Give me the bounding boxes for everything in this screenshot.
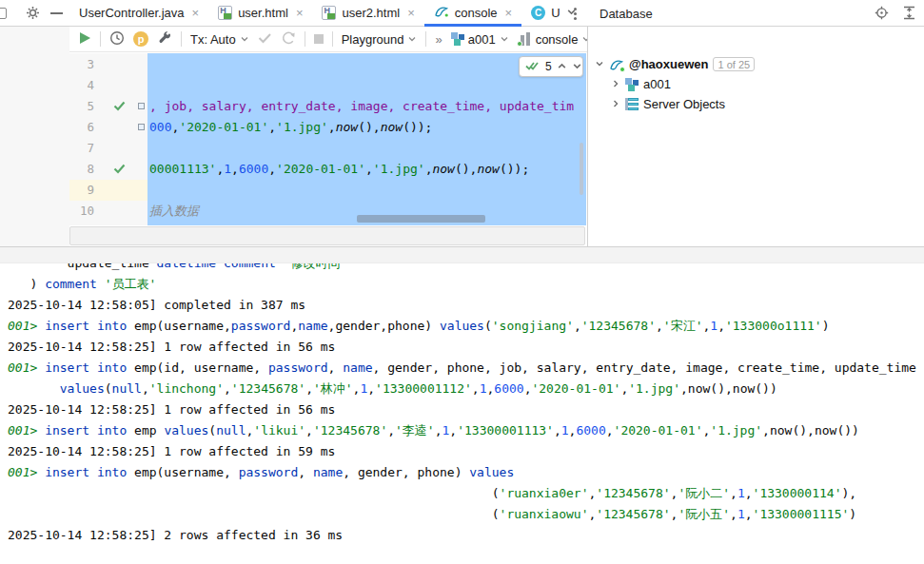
database-panel-title: Database: [600, 7, 653, 21]
locate-object-icon[interactable]: [875, 6, 889, 23]
ide-window: UserController.java × H user.html × H us…: [0, 0, 924, 564]
parameters-icon[interactable]: p: [133, 31, 148, 47]
previous-occurrence-icon[interactable]: [557, 60, 567, 74]
divider: [425, 31, 426, 47]
line-number: 4: [69, 75, 94, 96]
schema-count-badge: 1 of 25: [713, 57, 755, 71]
more-options-icon[interactable]: [574, 8, 577, 10]
gutter-line-7: 7: [69, 138, 147, 159]
console-output-line: 2025-10-14 12:58:25] 2 rows affected in …: [8, 525, 343, 546]
console-output-line: 2025-10-14 12:58:05] completed in 387 ms: [8, 295, 305, 316]
line-number: 10: [69, 201, 94, 222]
html-file-icon: H: [218, 6, 232, 20]
console-output-line: ) comment '员工表': [8, 274, 156, 295]
editor-code-line[interactable]: 插入数据: [149, 201, 199, 222]
collapse-panel-icon[interactable]: [902, 6, 916, 23]
schema-icon: [451, 32, 464, 46]
run-button[interactable]: [79, 31, 91, 48]
console-output[interactable]: update_time datetime comment '修改时间' ) co…: [0, 246, 924, 564]
occurrence-count: 5: [545, 60, 552, 73]
settings-wrench-icon[interactable]: [157, 30, 172, 49]
history-clock-icon[interactable]: [109, 30, 125, 49]
connected-dot: [619, 67, 625, 72]
divider: [100, 31, 101, 47]
left-margin: [0, 27, 69, 246]
playground-dropdown[interactable]: Playground: [342, 32, 418, 47]
fold-marker[interactable]: [138, 124, 145, 130]
hide-window-icon[interactable]: [50, 12, 63, 14]
occurrences-widget[interactable]: 5: [519, 56, 583, 77]
gutter-line-5: 5: [69, 96, 147, 117]
class-icon: C: [531, 6, 545, 20]
connection-name: @haoxuewen: [629, 57, 708, 71]
tab-user-html[interactable]: H user.html ×: [208, 0, 312, 26]
console-output-line: 2025-10-14 12:58:25] 1 row affected in 5…: [8, 399, 335, 420]
divider: [181, 31, 182, 47]
gutter-line-9: 9: [69, 180, 147, 201]
close-icon[interactable]: ×: [505, 6, 513, 20]
tab-label: user2.html: [342, 6, 400, 20]
panel-divider-band: [0, 246, 924, 263]
double-check-icon: [525, 60, 541, 74]
console-output-line: 001> insert into emp(username, password,…: [8, 462, 514, 483]
session-dropdown[interactable]: console: [518, 32, 592, 47]
console-output-line: 001> insert into emp(id, username, passw…: [8, 358, 916, 379]
horizontal-scrollbar[interactable]: [357, 215, 485, 223]
settings-gear-icon[interactable]: [26, 6, 40, 23]
tab-user2-html[interactable]: H user2.html ×: [312, 0, 423, 26]
tree-item-schema-a001[interactable]: a001: [588, 74, 671, 94]
line-number: 5: [69, 96, 94, 117]
schema-name: a001: [643, 77, 671, 91]
chevron-collapsed-icon[interactable]: [611, 97, 620, 111]
console-output-line: values(null,'linchong','12345678','林冲',1…: [8, 379, 777, 399]
statement-executed-check-icon[interactable]: [113, 100, 126, 114]
line-number: 7: [69, 138, 94, 159]
tab-console[interactable]: console ×: [424, 0, 521, 26]
gutter-line-4: 4: [69, 75, 147, 96]
line-number: 6: [69, 117, 94, 138]
console-output-line: ('ruanxiaowu','12345678','阮小五',1,'133000…: [8, 504, 856, 525]
editor-selection: [147, 53, 586, 225]
commit-icon: [258, 32, 272, 47]
editor-tabs: UserController.java × H user.html × H us…: [69, 0, 586, 26]
tab-label: console: [455, 6, 498, 20]
session-icon: [518, 32, 532, 46]
line-number: 8: [69, 159, 94, 180]
statement-executed-check-icon[interactable]: [113, 163, 126, 177]
vertical-scrollbar[interactable]: [580, 143, 583, 195]
tab-label: U: [551, 6, 560, 20]
fold-marker[interactable]: [138, 103, 145, 109]
close-icon[interactable]: ×: [407, 6, 415, 20]
tab-label: UserController.java: [79, 6, 185, 20]
tx-mode-dropdown[interactable]: Tx: Auto: [190, 32, 249, 47]
console-output-line: 2025-10-14 12:58:25] 1 row affected in 5…: [8, 337, 335, 358]
schema-dropdown[interactable]: a001: [451, 32, 509, 47]
chevron-expanded-icon[interactable]: [595, 57, 604, 71]
tab-usercontroller-java[interactable]: UserController.java ×: [69, 0, 208, 26]
console-output-line: 001> insert into emp values(null,'likui'…: [8, 420, 859, 441]
tree-item-server-objects[interactable]: Server Objects: [588, 94, 725, 114]
sql-editor[interactable]: 345, job, salary, entry_date, image, cre…: [69, 53, 586, 225]
mysql-dolphin-icon: [609, 58, 624, 71]
close-icon[interactable]: ×: [192, 6, 200, 20]
server-objects-icon: [625, 98, 639, 110]
clipped-tool-icon[interactable]: [0, 8, 7, 19]
divider: [305, 31, 305, 47]
tree-item-connection[interactable]: @haoxuewen 1 of 25: [588, 54, 755, 74]
next-occurrence-icon[interactable]: [572, 60, 582, 74]
stop-button: [314, 34, 324, 44]
chevron-collapsed-icon[interactable]: [611, 77, 620, 91]
editor-code-line[interactable]: , job, salary, entry_date, image, create…: [149, 96, 574, 117]
console-output-line: ('ruanxia0er','12345678','阮小二',1,'133000…: [8, 483, 856, 504]
editor-code-line[interactable]: 000,'2020-01-01','1.jpg',now(),now());: [149, 117, 432, 138]
hidden-tabs-dropdown[interactable]: C U: [521, 0, 585, 26]
server-objects-label: Server Objects: [643, 97, 725, 111]
line-number: 9: [69, 180, 94, 201]
chevrons-right-icon[interactable]: »: [435, 32, 442, 47]
editor-code-line[interactable]: 00001113',1,6000,'2020-01-01','1.jpg',no…: [149, 159, 529, 180]
gutter-line-10: 10: [69, 201, 147, 222]
line-number: 3: [69, 54, 94, 75]
close-icon[interactable]: ×: [296, 6, 304, 20]
html-file-icon: H: [322, 6, 336, 20]
divider: [332, 31, 333, 47]
